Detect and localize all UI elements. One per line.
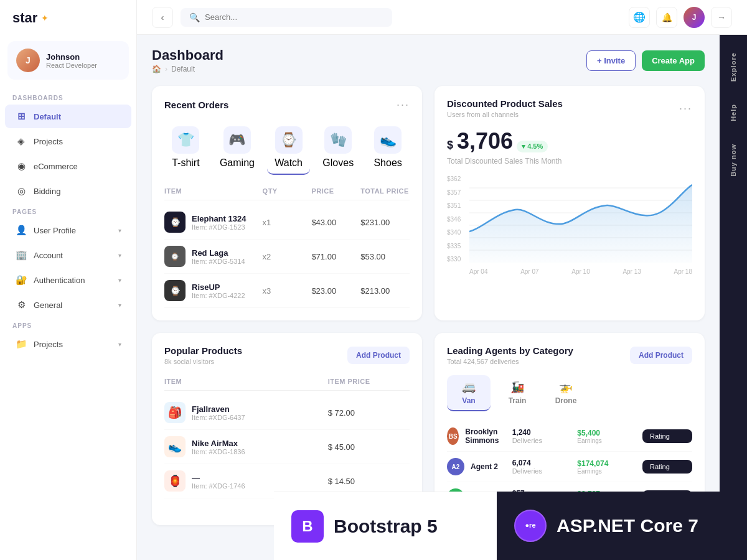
product-table-header: ITEM ITEM PRICE xyxy=(164,375,410,391)
item-icon: ⌚ xyxy=(164,280,186,301)
sidebar-item-label: User Profile xyxy=(34,226,76,235)
item-details: — Item: #XDG-1746 xyxy=(192,473,245,490)
item-price: $43.00 xyxy=(311,218,360,227)
popular-title-group: Popular Products 8k social visitors xyxy=(164,345,242,365)
sidebar-item-label: Projects xyxy=(34,340,63,349)
promo-aspnet: ●re ASP.NET Core 7 xyxy=(497,492,720,560)
item-price: $23.00 xyxy=(311,286,360,296)
help-button[interactable]: Help xyxy=(730,99,737,126)
pill-van[interactable]: 🚐 Van xyxy=(447,375,491,411)
tab-tshirt[interactable]: 👕 T-shirt xyxy=(164,121,207,175)
col-item: ITEM xyxy=(164,378,328,385)
sidebar-item-general[interactable]: ⚙ General ▾ xyxy=(5,293,131,317)
shoes-icon: 👟 xyxy=(374,126,402,154)
item-info: 🏮 — Item: #XDG-1746 xyxy=(164,470,328,492)
sidebar-item-projects[interactable]: ◈ Projects xyxy=(5,129,131,153)
agent-earnings-group: $174,074 Earnings xyxy=(577,459,642,475)
user-card[interactable]: J Johnson React Developer xyxy=(7,41,129,80)
recent-orders-card: Recent Orders ··· 👕 T-shirt 🎮 Gaming xyxy=(152,86,422,320)
sidebar-item-authentication[interactable]: 🔐 Authentication ▾ xyxy=(5,268,131,292)
globe-icon-button[interactable]: 🌐 xyxy=(629,7,650,28)
deliveries-label: Deliveries xyxy=(512,437,578,444)
sidebar-item-default[interactable]: ⊞ Default xyxy=(5,105,131,128)
pill-train[interactable]: 🚂 Train xyxy=(496,375,539,411)
item-info: ⌚ RiseUP Item: #XDG-4222 xyxy=(164,280,263,301)
tab-label: Watch xyxy=(275,157,303,169)
content: Dashboard 🏠 › Default + Invite Create Ap… xyxy=(137,35,747,560)
orders-table-header: ITEM QTY PRICE TOTAL PRICE xyxy=(164,185,410,200)
chevron-down-icon: ▾ xyxy=(118,341,121,348)
buy-now-button[interactable]: Buy now xyxy=(730,139,737,182)
dollar-sign: $ xyxy=(447,139,453,152)
sales-menu[interactable]: ··· xyxy=(679,102,692,115)
sidebar-item-userprofile[interactable]: 👤 User Profile ▾ xyxy=(5,218,131,242)
add-product-button[interactable]: Add Product xyxy=(347,347,410,364)
item-id: Item: #XDG-5314 xyxy=(192,258,245,265)
sales-desc: Total Discounted Sales This Month xyxy=(447,157,692,166)
invite-button[interactable]: + Invite xyxy=(586,50,636,71)
general-icon: ⚙ xyxy=(15,299,27,311)
sidebar-collapse-button[interactable]: ‹ xyxy=(152,7,173,28)
item-info: ⌚ Elephant 1324 Item: #XDG-1523 xyxy=(164,212,263,233)
table-row: ⌚ RiseUP Item: #XDG-4222 x3 $23.00 $213.… xyxy=(164,274,410,308)
pill-label: Train xyxy=(509,396,527,405)
sidebar-item-label: eCommerce xyxy=(34,162,78,171)
page-header: Dashboard 🏠 › Default + Invite Create Ap… xyxy=(152,47,705,73)
product-id: Item: #XDG-1746 xyxy=(192,482,245,490)
ecommerce-icon: ◉ xyxy=(15,160,27,172)
item-icon: ⌚ xyxy=(164,212,186,233)
content-wrapper: ‹ 🔍 🌐 🔔 J → Dashboard 🏠 › Default xyxy=(137,0,747,560)
chart-y-label: $335 xyxy=(447,243,461,250)
sidebar-item-bidding[interactable]: ◎ Bidding xyxy=(5,179,131,203)
product-icon: 👟 xyxy=(164,436,186,457)
pill-drone[interactable]: 🚁 Drone xyxy=(544,375,588,411)
search-input[interactable] xyxy=(205,12,383,22)
item-total: $213.00 xyxy=(360,286,410,296)
gloves-icon: 🧤 xyxy=(324,126,352,154)
product-name: Nike AirMax xyxy=(192,439,245,448)
add-product-button-2[interactable]: Add Product xyxy=(630,347,692,364)
page-title-section: Dashboard 🏠 › Default xyxy=(152,47,223,73)
aspnet-icon: ●re xyxy=(514,510,547,542)
chart-x-label: Apr 18 xyxy=(674,268,692,275)
col-price: PRICE xyxy=(311,187,360,195)
item-details: Red Laga Item: #XDG-5314 xyxy=(192,248,245,265)
notification-button[interactable]: 🔔 xyxy=(656,7,677,28)
product-icon: 🏮 xyxy=(164,470,186,492)
user-avatar-button[interactable]: J xyxy=(684,7,705,28)
agent-deliveries: 6,074 Deliveries xyxy=(512,459,578,475)
table-row: ⌚ Red Laga Item: #XDG-5314 x2 $71.00 $53… xyxy=(164,240,410,274)
chart-y-label: $346 xyxy=(447,216,461,223)
explore-button[interactable]: Explore xyxy=(730,47,737,86)
account-icon: 🏢 xyxy=(15,249,27,261)
search-bar[interactable]: 🔍 xyxy=(181,8,392,27)
rating-button[interactable]: Rating xyxy=(642,429,692,443)
rating-button[interactable]: Rating xyxy=(642,460,692,474)
sidebar-item-apps-projects[interactable]: 📁 Projects ▾ xyxy=(5,332,131,356)
section-pages: PAGES xyxy=(0,203,136,218)
tab-gaming[interactable]: 🎮 Gaming xyxy=(212,121,262,175)
item-details: RiseUP Item: #XDG-4222 xyxy=(192,282,245,299)
logo-star: ✦ xyxy=(41,13,49,23)
sales-number: 3,706 xyxy=(457,128,513,154)
item-details: Elephant 1324 Item: #XDG-1523 xyxy=(192,214,246,231)
content-main: Dashboard 🏠 › Default + Invite Create Ap… xyxy=(137,35,720,560)
product-row: 👟 Nike AirMax Item: #XDG-1836 $ 45.00 xyxy=(164,430,410,464)
tab-watch[interactable]: ⌚ Watch xyxy=(267,121,310,175)
tab-shoes[interactable]: 👟 Shoes xyxy=(366,121,409,175)
agents-header: Leading Agents by Category Total 424,567… xyxy=(447,345,692,365)
sidebar-item-ecommerce[interactable]: ◉ eCommerce xyxy=(5,154,131,178)
page-title: Dashboard xyxy=(152,47,223,63)
sidebar-item-account[interactable]: 🏢 Account ▾ xyxy=(5,243,131,267)
watch-icon: ⌚ xyxy=(275,126,303,154)
train-icon: 🚂 xyxy=(510,380,524,394)
create-app-button[interactable]: Create App xyxy=(642,50,705,71)
tab-gloves[interactable]: 🧤 Gloves xyxy=(315,121,361,175)
bootstrap-label: Bootstrap 5 xyxy=(334,516,438,537)
popular-products-subtitle: 8k social visitors xyxy=(164,358,242,365)
arrow-right-icon-button[interactable]: → xyxy=(711,7,732,28)
item-total: $231.00 xyxy=(360,218,410,227)
recent-orders-menu[interactable]: ··· xyxy=(397,98,410,111)
tab-label: Shoes xyxy=(374,157,402,169)
chart-x-label: Apr 10 xyxy=(571,268,590,275)
